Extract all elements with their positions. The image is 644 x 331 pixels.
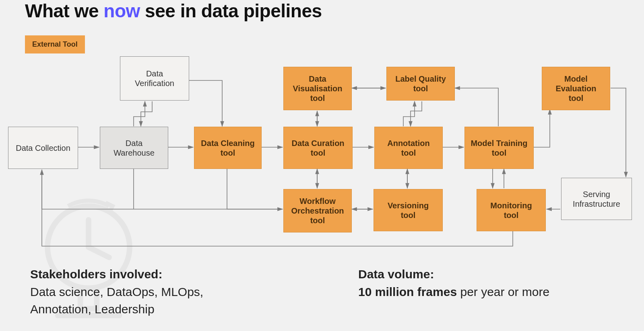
volume-emph: 10 million frames xyxy=(358,285,457,298)
node-data-verification: DataVerification xyxy=(120,56,189,101)
node-model-training: Model Trainingtool xyxy=(464,127,534,169)
node-workflow-orchestration: WorkflowOrchestrationtool xyxy=(283,189,352,232)
node-label: DataWarehouse xyxy=(114,138,155,158)
node-label: Versioningtool xyxy=(388,201,429,220)
node-label: Label Qualitytool xyxy=(395,74,446,93)
node-model-evaluation: ModelEvaluationtool xyxy=(542,67,610,110)
stakeholders-body: Data science, DataOps, MLOps,Annotation,… xyxy=(30,283,312,318)
node-label: DataVerification xyxy=(135,69,174,88)
slide-title: What we now see in data pipelines xyxy=(25,0,322,22)
title-prefix: What we xyxy=(25,0,103,21)
node-label: ServingInfrastructure xyxy=(573,189,620,209)
legend-label: External Tool xyxy=(32,40,78,48)
node-data-cleaning: Data Cleaningtool xyxy=(194,127,262,169)
node-data-warehouse: DataWarehouse xyxy=(100,127,168,169)
node-label: Annotationtool xyxy=(387,138,430,158)
node-versioning: Versioningtool xyxy=(374,189,443,231)
node-data-visualisation: DataVisualisationtool xyxy=(283,67,352,110)
node-label-quality: Label Qualitytool xyxy=(386,67,455,101)
node-label: Data Curationtool xyxy=(291,138,344,158)
volume-body: 10 million frames per year or more xyxy=(358,283,640,301)
node-label: ModelEvaluationtool xyxy=(555,74,596,103)
stakeholders-label: Stakeholders involved: xyxy=(30,265,312,283)
title-suffix: see in data pipelines xyxy=(140,0,322,21)
node-data-curation: Data Curationtool xyxy=(283,127,353,169)
node-label: DataVisualisationtool xyxy=(293,74,342,103)
node-serving-infrastructure: ServingInfrastructure xyxy=(561,178,632,220)
node-label: Model Trainingtool xyxy=(471,138,527,158)
node-annotation: Annotationtool xyxy=(374,127,443,169)
node-label: WorkflowOrchestrationtool xyxy=(291,196,344,225)
data-volume-block: Data volume: 10 million frames per year … xyxy=(358,265,640,300)
volume-label: Data volume: xyxy=(358,265,640,283)
svg-line-2 xyxy=(89,247,109,258)
title-accent: now xyxy=(103,0,140,21)
node-label: Data Cleaningtool xyxy=(201,138,254,158)
node-label: Monitoringtool xyxy=(490,201,532,220)
stakeholders-block: Stakeholders involved: Data science, Dat… xyxy=(30,265,312,318)
legend-external-tool: External Tool xyxy=(25,35,85,53)
node-monitoring: Monitoringtool xyxy=(477,189,546,231)
node-label: Data Collection xyxy=(16,143,70,153)
node-data-collection: Data Collection xyxy=(8,127,78,169)
slide: What we now see in data pipelines Extern… xyxy=(0,0,644,331)
volume-rest: per year or more xyxy=(457,285,549,298)
